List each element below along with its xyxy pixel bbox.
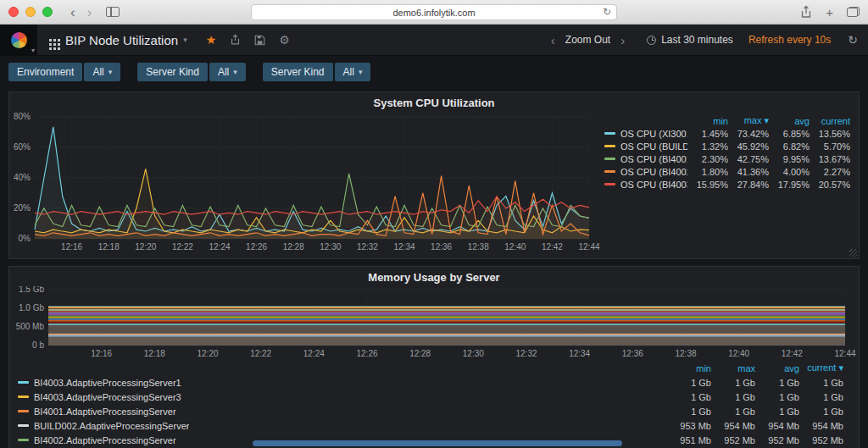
var-value-environment[interactable]: All ▾: [84, 63, 120, 81]
series-name[interactable]: OS CPU (BI4003): [604, 180, 687, 190]
refresh-interval-button[interactable]: Refresh every 10s: [748, 34, 831, 46]
series-name[interactable]: OS CPU (BI4001): [604, 154, 687, 164]
var-server-kind-1: Server Kind All ▾: [137, 63, 246, 81]
svg-text:0 b: 0 b: [32, 340, 44, 350]
svg-text:12:44: 12:44: [578, 242, 599, 252]
cpu-chart[interactable]: 12:1612:1812:2012:2212:2412:2612:2812:30…: [9, 112, 603, 254]
browser-chrome: ‹ › demo6.infolytik.com ↻ +: [0, 0, 868, 25]
series-color-swatch: [604, 183, 615, 185]
legend-max-value: 41.36%: [728, 167, 769, 177]
caret-down-icon: ▾: [359, 63, 363, 81]
memory-chart[interactable]: 12:1612:1812:2012:2212:2412:2612:2812:30…: [9, 286, 859, 359]
legend-col-min[interactable]: min: [667, 363, 711, 373]
svg-text:1.5 Gb: 1.5 Gb: [19, 286, 44, 294]
save-dashboard-icon[interactable]: [248, 35, 272, 46]
legend-current-value: 2.27%: [810, 167, 850, 177]
legend-col-min[interactable]: min: [687, 116, 728, 126]
zoom-out-button[interactable]: Zoom Out: [565, 34, 610, 46]
legend-avg-value: 954 Mb: [755, 421, 799, 431]
legend-row: BI4001.AdaptiveProcessingServer1 Gb1 Gb1…: [18, 404, 843, 418]
var-environment: Environment All ▾: [8, 63, 120, 81]
svg-text:12:22: 12:22: [250, 349, 271, 358]
star-icon[interactable]: ★: [199, 33, 224, 47]
series-name[interactable]: BI4003.AdaptiveProcessingServer3: [18, 392, 667, 402]
legend-col-current[interactable]: current: [810, 116, 850, 126]
legend-max-value: 954 Mb: [711, 421, 755, 431]
legend-row: OS CPU (BI4002)1.80%41.36%4.00%2.27%: [604, 165, 850, 178]
svg-text:500 Mb: 500 Mb: [16, 322, 45, 331]
legend-min-value: 15.95%: [687, 180, 728, 190]
legend-row: OS CPU (BUILD002)1.32%45.92%6.82%5.70%: [604, 140, 850, 152]
horizontal-scrollbar[interactable]: [253, 440, 622, 446]
legend-max-value: 73.42%: [728, 129, 769, 139]
legend-col-current[interactable]: current ▾: [799, 362, 843, 373]
legend-col-avg[interactable]: avg: [755, 363, 799, 373]
legend-current-value: 20.57%: [810, 180, 850, 190]
legend-current-value: 952 Mb: [799, 435, 843, 445]
svg-text:12:42: 12:42: [782, 349, 803, 358]
svg-text:20%: 20%: [14, 203, 31, 213]
legend-min-value: 1 Gb: [667, 407, 711, 417]
series-name[interactable]: OS CPU (XI3001): [604, 129, 687, 139]
window-zoom-button[interactable]: [42, 7, 53, 17]
legend-avg-value: 952 Mb: [755, 435, 799, 445]
zoom-next-icon[interactable]: ›: [617, 33, 628, 47]
var-value-text: All: [343, 63, 354, 81]
svg-text:12:24: 12:24: [209, 242, 230, 252]
legend-col-avg[interactable]: avg: [769, 116, 810, 126]
legend-current-value: 5.70%: [810, 141, 850, 152]
legend-min-value: 1.80%: [687, 167, 728, 177]
legend-current-value: 13.56%: [810, 129, 850, 139]
refresh-icon[interactable]: ↻: [848, 33, 858, 47]
app-logo[interactable]: ▾: [0, 25, 37, 56]
tab-overview-icon[interactable]: [847, 7, 860, 17]
legend-col-max[interactable]: max ▾: [728, 115, 769, 126]
gear-icon[interactable]: ⚙: [272, 33, 297, 47]
dashboard-title[interactable]: BIP Node Utilization: [65, 33, 178, 47]
svg-text:12:22: 12:22: [172, 242, 193, 252]
zoom-prev-icon[interactable]: ‹: [548, 33, 559, 47]
legend-avg-value: 1 Gb: [755, 392, 799, 402]
time-range-picker[interactable]: Last 30 minutes: [647, 34, 733, 46]
svg-text:12:16: 12:16: [91, 349, 112, 358]
window-minimize-button[interactable]: [25, 7, 36, 17]
var-label-server-kind-1[interactable]: Server Kind: [137, 63, 208, 81]
cpu-panel-title[interactable]: System CPU Utilization: [9, 92, 859, 112]
address-bar[interactable]: demo6.infolytik.com ↻: [251, 4, 617, 20]
series-color-swatch: [604, 170, 615, 173]
var-value-text: All: [218, 63, 229, 81]
url-text: demo6.infolytik.com: [392, 8, 475, 18]
series-name[interactable]: OS CPU (BI4002): [604, 167, 687, 177]
legend-avg-value: 6.82%: [769, 141, 810, 152]
var-label-server-kind-2[interactable]: Server Kind: [263, 63, 333, 81]
browser-back-button[interactable]: ‹: [64, 5, 81, 19]
memory-legend-table: minmaxavgcurrent ▾BI4003.AdaptiveProcess…: [9, 359, 859, 447]
panel-resize-handle[interactable]: [849, 249, 857, 257]
legend-max-value: 42.75%: [728, 154, 769, 164]
var-value-server-kind-2[interactable]: All ▾: [335, 63, 371, 81]
var-label-environment[interactable]: Environment: [8, 63, 82, 81]
legend-avg-value: 17.95%: [769, 180, 810, 190]
reload-icon[interactable]: ↻: [603, 6, 611, 18]
series-name[interactable]: BI4003.AdaptiveProcessingServer1: [18, 378, 667, 388]
window-close-button[interactable]: [8, 7, 19, 17]
series-name[interactable]: BUILD002.AdaptiveProcessingServer: [18, 421, 667, 431]
legend-avg-value: 1 Gb: [755, 407, 799, 417]
new-tab-icon[interactable]: +: [826, 6, 833, 19]
browser-forward-button[interactable]: ›: [81, 5, 98, 19]
dashboard-grid-icon: [49, 39, 52, 41]
cpu-panel-body: 12:1612:1812:2012:2212:2412:2612:2812:30…: [9, 112, 859, 254]
var-value-server-kind-1[interactable]: All ▾: [209, 63, 246, 81]
legend-header-row: minmaxavgcurrent ▾: [18, 361, 843, 375]
series-name[interactable]: BI4001.AdaptiveProcessingServer: [18, 407, 667, 417]
dashboard-title-caret-icon[interactable]: ▾: [183, 36, 187, 44]
legend-max-value: 27.84%: [728, 180, 769, 190]
sidebar-toggle-icon[interactable]: [106, 7, 120, 17]
legend-col-max[interactable]: max: [711, 363, 755, 373]
clock-icon: [647, 36, 656, 45]
share-icon[interactable]: [800, 5, 812, 19]
memory-panel-title[interactable]: Memory Usage by Server: [9, 267, 859, 286]
share-dashboard-icon[interactable]: [223, 34, 248, 46]
svg-text:12:26: 12:26: [356, 349, 377, 358]
series-name[interactable]: OS CPU (BUILD002): [604, 141, 687, 152]
